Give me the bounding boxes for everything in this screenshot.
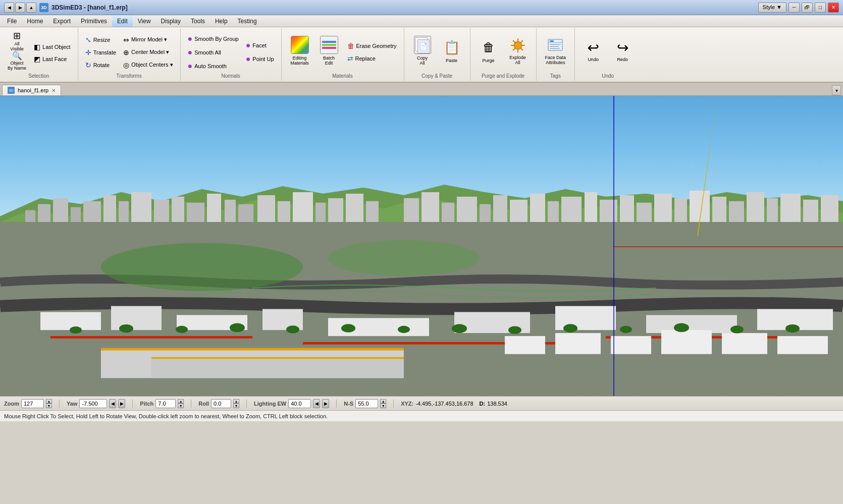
resize-button[interactable]: ⤡ Resize xyxy=(82,34,119,45)
last-face-button[interactable]: ◩ Last Face xyxy=(31,53,74,65)
menu-testing[interactable]: Testing xyxy=(233,15,262,27)
tab-close-button[interactable]: ✕ xyxy=(51,88,56,93)
ns-input[interactable] xyxy=(355,399,378,408)
mirror-model-button[interactable]: ⇔ Mirror Model ▾ xyxy=(120,34,176,45)
menu-export[interactable]: Export xyxy=(48,15,76,27)
roll-up[interactable]: ▲ xyxy=(233,399,239,404)
menu-edit[interactable]: Edit xyxy=(112,15,133,27)
selection-content: ⊞ AllVisible 🔍 ObjectBy Name ◧ Last Obje… xyxy=(2,29,76,72)
yaw-right[interactable]: ▶ xyxy=(118,399,125,408)
roll-down[interactable]: ▼ xyxy=(233,404,239,408)
menu-file[interactable]: File xyxy=(2,15,22,27)
svg-rect-11 xyxy=(550,40,554,42)
svg-rect-85 xyxy=(722,333,767,354)
pitch-field: Pitch ▲ ▼ xyxy=(140,399,184,408)
zoom-down[interactable]: ▼ xyxy=(46,404,52,408)
svg-point-89 xyxy=(176,326,188,333)
editing-materials-button[interactable]: EditingMaterials xyxy=(286,31,314,71)
object-by-name-button[interactable]: 🔍 ObjectBy Name xyxy=(4,51,30,71)
app-icon: 3D xyxy=(39,3,48,12)
roll-input[interactable] xyxy=(211,399,231,408)
paste-button[interactable]: 📋 Paste xyxy=(438,31,466,71)
maximize-button[interactable]: □ xyxy=(815,3,826,13)
style-button[interactable]: Style ▼ xyxy=(758,3,786,13)
lighting-input[interactable] xyxy=(288,399,311,408)
point-up-button[interactable]: ● Point Up xyxy=(243,53,277,65)
purge-button[interactable]: 🗑 Purge xyxy=(475,31,503,71)
face-data-attributes-button[interactable]: Face DataAttributes xyxy=(541,31,571,71)
ns-down[interactable]: ▼ xyxy=(380,404,386,408)
svg-point-92 xyxy=(341,324,355,332)
yaw-left[interactable]: ◀ xyxy=(109,399,116,408)
lighting-right[interactable]: ▶ xyxy=(322,399,329,408)
lighting-label: Lighting EW xyxy=(254,401,286,407)
last-object-button[interactable]: ◧ Last Object xyxy=(31,41,74,52)
ns-up[interactable]: ▲ xyxy=(380,399,386,404)
divider-5 xyxy=(336,400,337,408)
window-title: 3DSimED3 - [hanoi_f1.erp] xyxy=(51,4,128,11)
menu-home[interactable]: Home xyxy=(22,15,48,27)
copy-all-button[interactable]: 📄 CopyAll xyxy=(408,31,437,71)
menu-help[interactable]: Help xyxy=(210,15,233,27)
rotate-button[interactable]: ↻ Rotate xyxy=(82,60,119,71)
replace-button[interactable]: ⇄ Replace xyxy=(344,53,400,64)
svg-point-63 xyxy=(101,243,303,291)
menu-display[interactable]: Display xyxy=(156,15,186,27)
explode-all-button[interactable]: ExplodeAll xyxy=(504,31,532,71)
undo-content: ↪ Undo ↪ Redo xyxy=(577,29,639,72)
axis-line-horizontal xyxy=(613,246,843,247)
nav-arrows: ◀ ▶ ▲ xyxy=(4,3,36,13)
facet-button[interactable]: ● Facet xyxy=(243,39,277,51)
undo-button[interactable]: ↪ Undo xyxy=(579,31,607,71)
translate-button[interactable]: ✛ Translate xyxy=(82,47,119,58)
tab-hanoi[interactable]: 3D hanoi_f1.erp ✕ xyxy=(2,85,61,95)
yaw-input[interactable] xyxy=(79,399,107,408)
tab-dropdown-button[interactable]: ▾ xyxy=(832,85,841,95)
zoom-input[interactable] xyxy=(21,399,44,408)
minimize-button[interactable]: ─ xyxy=(788,3,800,13)
menu-primitives[interactable]: Primitives xyxy=(76,15,112,27)
roll-label: Roll xyxy=(198,401,209,407)
menu-view[interactable]: View xyxy=(133,15,156,27)
svg-line-5 xyxy=(513,40,516,43)
redo-button[interactable]: ↪ Redo xyxy=(608,31,637,71)
zoom-spinner[interactable]: ▲ ▼ xyxy=(46,399,52,408)
zoom-up[interactable]: ▲ xyxy=(46,399,52,404)
svg-point-93 xyxy=(398,326,410,333)
tags-content: Face DataAttributes xyxy=(539,29,573,72)
divider-3 xyxy=(191,400,191,408)
svg-point-96 xyxy=(563,324,577,332)
normals-content: ● Smooth By Group ● Smooth All ● Auto Sm… xyxy=(183,29,279,72)
pitch-down[interactable]: ▼ xyxy=(178,404,184,408)
normals-label: Normals xyxy=(221,72,240,80)
svg-rect-83 xyxy=(611,336,651,354)
pitch-up[interactable]: ▲ xyxy=(178,399,184,404)
all-visible-button[interactable]: ⊞ AllVisible xyxy=(4,31,30,50)
svg-rect-14 xyxy=(550,48,560,49)
smooth-by-group-button[interactable]: ● Smooth By Group xyxy=(185,33,242,45)
smooth-all-button[interactable]: ● Smooth All xyxy=(185,46,242,59)
svg-point-95 xyxy=(508,326,521,333)
erase-geometry-button[interactable]: 🗑 Erase Geometry xyxy=(344,40,400,51)
svg-point-87 xyxy=(70,326,82,333)
auto-smooth-button[interactable]: ● Auto Smooth xyxy=(185,60,242,72)
roll-spinner[interactable]: ▲ ▼ xyxy=(233,399,239,408)
up-button[interactable]: ▲ xyxy=(26,3,36,13)
back-button[interactable]: ◀ xyxy=(4,3,14,13)
divider-1 xyxy=(59,400,60,408)
svg-point-100 xyxy=(785,324,800,333)
copy-paste-label: Copy & Paste xyxy=(422,72,452,80)
lighting-left[interactable]: ◀ xyxy=(313,399,320,408)
batch-edit-button[interactable]: BatchEdit xyxy=(315,31,343,71)
pitch-spinner[interactable]: ▲ ▼ xyxy=(178,399,184,408)
center-model-button[interactable]: ⊕ Center Model ▾ xyxy=(120,47,176,58)
close-button[interactable]: ✕ xyxy=(828,3,839,13)
menu-tools[interactable]: Tools xyxy=(186,15,210,27)
forward-button[interactable]: ▶ xyxy=(15,3,25,13)
viewport[interactable] xyxy=(0,96,843,396)
pitch-input[interactable] xyxy=(155,399,176,408)
title-bar-left: ◀ ▶ ▲ 3D 3DSimED3 - [hanoi_f1.erp] xyxy=(4,3,128,13)
object-centers-button[interactable]: ◎ Object Centers ▾ xyxy=(120,60,176,71)
ns-spinner[interactable]: ▲ ▼ xyxy=(380,399,386,408)
restore-button[interactable]: 🗗 xyxy=(802,3,813,13)
